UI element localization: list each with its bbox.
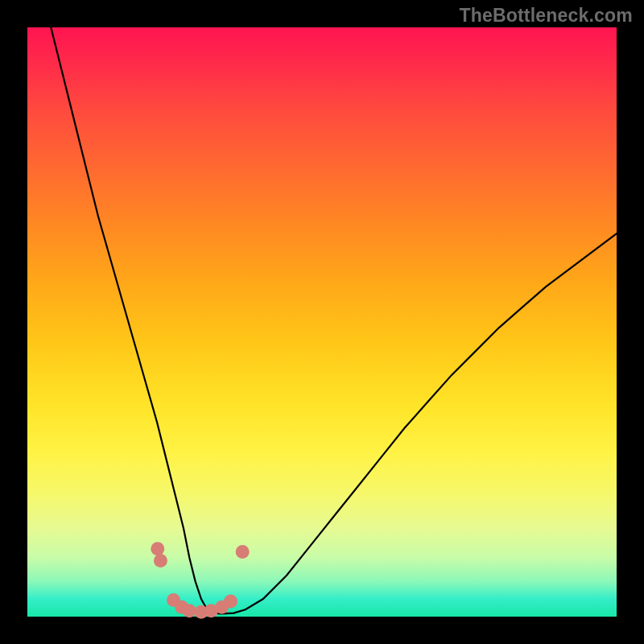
chart-frame: TheBottleneck.com	[0, 0, 644, 644]
plot-gradient-area	[27, 27, 617, 617]
attribution-watermark: TheBottleneck.com	[459, 5, 633, 27]
